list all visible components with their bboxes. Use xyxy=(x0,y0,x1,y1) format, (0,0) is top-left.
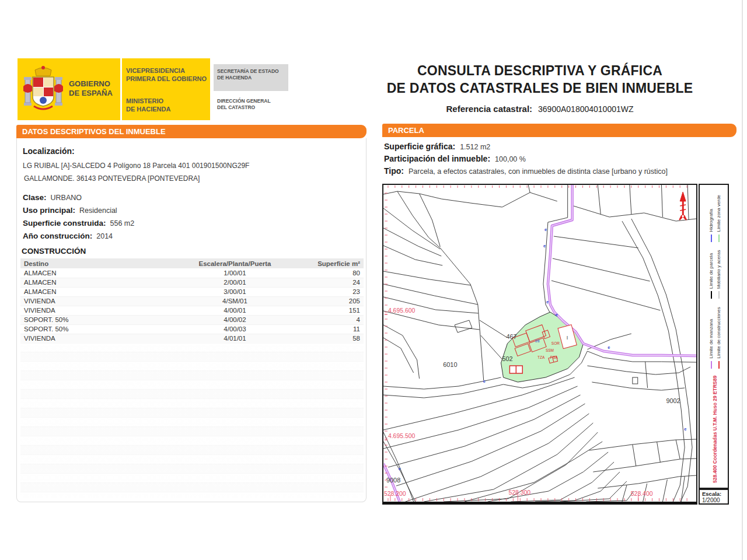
svg-text:e: e xyxy=(483,379,486,384)
field-tipo: Tipo:Parcela, a efectos catastrales, con… xyxy=(384,166,668,176)
legend-item: Límite de manzana xyxy=(708,307,714,369)
legend-swatch-icon xyxy=(711,235,712,242)
title-line-2: DE DATOS CATASTRALES DE BIEN INMUEBLE xyxy=(374,79,706,97)
table-cell: 4/01/01 xyxy=(175,334,295,343)
parcel-9002-label: 9002 xyxy=(666,397,680,404)
field-participacion: Participación del inmueble:100,00 % xyxy=(384,154,526,163)
field-superficie-grafica: Superficie gráfica:1.512 m2 xyxy=(384,142,490,151)
section-header-parcela: PARCELA xyxy=(382,124,736,137)
legend-item: Hidrografía xyxy=(708,195,714,242)
building-psa-label: PSA xyxy=(550,355,558,359)
localizacion-line2: GALLAMONDE. 36143 PONTEVEDRA [PONTEVEDRA… xyxy=(24,174,200,183)
table-cell: 2/00/01 xyxy=(175,278,295,287)
building-roman-label: I xyxy=(567,335,568,341)
utm-coordinates-note: 528.400 Coordenadas U.T.M. Huso 29 ETRS8… xyxy=(712,376,718,483)
construction-table-body: ALMACEN1/00/0180ALMACEN2/00/0124ALMACEN3… xyxy=(20,268,364,343)
field-superficie-construida: Superficie construida:556 m2 xyxy=(23,219,134,228)
grid-north-label: 4.695.600 xyxy=(388,307,416,314)
svg-text:e: e xyxy=(684,426,686,432)
table-cell: SOPORT. 50% xyxy=(20,315,175,324)
cadastral-document-page: GOBIERNO DE ESPAÑA VICEPRESIDENCIA PRIME… xyxy=(0,0,747,560)
legend-item: Límite de construcciones xyxy=(716,307,721,369)
grid-east1-label: 528.200 xyxy=(384,491,406,497)
map-legend: 528.400 Coordenadas U.T.M. Huso 29 ETRS8… xyxy=(699,184,729,489)
table-cell: 4 xyxy=(295,315,364,324)
table-row: VIVIENDA4/SM/01205 xyxy=(20,296,364,306)
government-logo: GOBIERNO DE ESPAÑA VICEPRESIDENCIA PRIME… xyxy=(18,58,287,120)
direccion-general-catastro-label: DIRECCIÓN GENERAL DEL CATASTRO xyxy=(217,98,271,111)
table-cell: ALMACEN xyxy=(20,278,175,287)
title-line-1: CONSULTA DESCRIPTIVA Y GRÁFICA xyxy=(374,62,706,79)
building-sor-label: SOR xyxy=(551,341,560,345)
svg-text:e: e xyxy=(556,312,558,317)
table-cell: 4/SM/01 xyxy=(175,296,295,306)
map-scale-box: Escala: 1/2000 xyxy=(699,489,729,505)
referencia-label: Referencia catastral: xyxy=(446,104,532,114)
legend-items: Límite de manzanaLímite de construccione… xyxy=(708,195,721,369)
legend-item: Límite zona verde xyxy=(716,195,721,242)
table-cell: 205 xyxy=(295,296,364,306)
building-floors-label: I/II xyxy=(535,339,540,343)
svg-text:e: e xyxy=(544,227,547,232)
legend-swatch-icon xyxy=(711,361,712,369)
document-title: CONSULTA DESCRIPTIVA Y GRÁFICA DE DATOS … xyxy=(374,62,706,114)
north-arrow-icon xyxy=(679,192,686,220)
grid-south-label: 4.695.500 xyxy=(388,433,416,439)
page-edge-divider xyxy=(742,0,743,560)
legend-swatch-icon xyxy=(718,361,720,369)
building-ssm-label: SSM xyxy=(546,348,554,352)
parcel-467-label: 467 xyxy=(506,333,516,340)
empty-table-rows xyxy=(20,343,364,498)
svg-text:e: e xyxy=(399,466,401,471)
table-row: ALMACEN2/00/0124 xyxy=(20,278,364,287)
gobierno-de-espana-label: GOBIERNO DE ESPAÑA xyxy=(69,79,113,99)
table-cell: 11 xyxy=(295,324,364,334)
building-tza-label: TZA xyxy=(537,355,545,359)
grid-east3-label: 528.400 xyxy=(631,491,653,497)
table-cell: 1/00/01 xyxy=(175,268,295,278)
parcel-6010-label: 6010 xyxy=(443,361,457,368)
legend-swatch-icon xyxy=(711,291,712,299)
logo-separator xyxy=(120,58,122,120)
field-uso-principal: Uso principal:Residencial xyxy=(23,206,117,215)
section-header-datos-descriptivos: DATOS DESCRIPTIVOS DEL INMUEBLE xyxy=(16,125,366,138)
svg-text:e: e xyxy=(546,299,549,304)
referencia-value: 36900A018004010001WZ xyxy=(538,104,633,114)
table-cell: VIVIENDA xyxy=(20,334,175,343)
ministerio-hacienda-label: MINISTERIO DE HACIENDA xyxy=(126,97,170,114)
datos-descriptivos-panel: Localización: LG RUIBAL [A]-SALCEDO 4 Po… xyxy=(16,138,366,502)
cadastral-map-drawing: I/II SOR SSM TZA PSA I 467 502 6010 9002… xyxy=(383,185,696,502)
table-cell: VIVIENDA xyxy=(20,306,175,315)
table-cell: 80 xyxy=(295,268,364,278)
grid-east2-label: 528.300 xyxy=(508,489,530,496)
svg-text:e: e xyxy=(543,243,546,249)
header-destino: Destino xyxy=(20,258,175,268)
escala-label: Escala: xyxy=(702,491,728,497)
table-row: SOPORT. 50%4/00/024 xyxy=(20,315,364,324)
svg-text:e: e xyxy=(608,345,610,350)
construccion-title: CONSTRUCCIÓN xyxy=(22,247,86,256)
legend-item: Mobiliario y aceras xyxy=(716,250,721,299)
table-row: ALMACEN1/00/0180 xyxy=(20,268,364,278)
table-row: SOPORT. 50%4/00/0311 xyxy=(20,324,364,334)
field-ano-construccion: Año construcción:2014 xyxy=(23,232,113,240)
construction-table: Destino Escalera/Planta/Puerta Superfici… xyxy=(20,258,364,344)
map-legend-content: 528.400 Coordenadas U.T.M. Huso 29 ETRS8… xyxy=(701,185,729,488)
parcel-502-label: 502 xyxy=(502,355,512,362)
table-cell: ALMACEN xyxy=(20,268,175,278)
table-cell: ALMACEN xyxy=(20,287,175,296)
table-cell: VIVIENDA xyxy=(20,296,175,306)
header-escalera: Escalera/Planta/Puerta xyxy=(175,258,295,268)
table-cell: SOPORT. 50% xyxy=(20,324,175,334)
escala-value: 1/2000 xyxy=(702,497,728,503)
table-cell: 3/00/01 xyxy=(175,287,295,296)
referencia-catastral: Referencia catastral:36900A018004010001W… xyxy=(374,104,706,114)
construction-table-header: Destino Escalera/Planta/Puerta Superfici… xyxy=(20,258,364,268)
table-cell: 23 xyxy=(295,287,364,296)
table-cell: 4/00/02 xyxy=(175,315,295,324)
parcel-9008-label: 9008 xyxy=(386,477,400,484)
table-row: VIVIENDA4/01/0158 xyxy=(20,334,364,343)
legend-swatch-icon xyxy=(718,291,720,299)
legend-item: Límite de parcela xyxy=(708,250,714,299)
table-cell: 58 xyxy=(295,334,364,343)
